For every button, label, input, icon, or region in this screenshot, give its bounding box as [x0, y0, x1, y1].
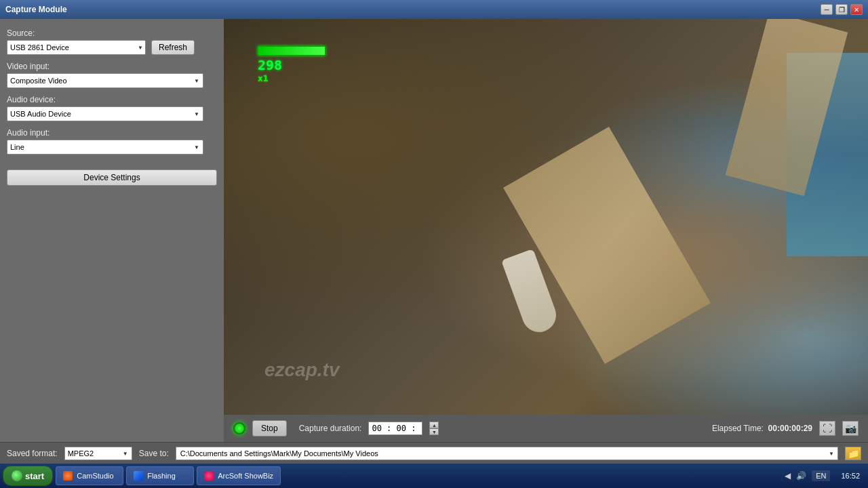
restore-button[interactable]: ❐ [835, 4, 848, 15]
controls-bar: Stop Capture duration: ▲ ▼ Elapsed Time:… [224, 415, 868, 442]
speaker-icon: 🔊 [795, 470, 806, 481]
saveto-label: Save to: [139, 449, 169, 458]
audio-input-dropdown-wrapper: Line [7, 140, 203, 155]
fullscreen-button[interactable]: ⛶ [819, 421, 835, 436]
bottom-bar: Saved format: MPEG2 Save to: 📁 [0, 442, 868, 464]
system-tray-icons: ◀ 🔊 [782, 470, 806, 481]
taskbar-camstudio[interactable]: CamStudio [56, 466, 123, 485]
video-input-dropdown[interactable]: Composite Video [7, 73, 203, 88]
hud-multiplier: x1 [258, 73, 326, 83]
source-dropdown[interactable]: USB 2861 Device [7, 40, 146, 55]
source-section: Source: USB 2861 Device Refresh [7, 28, 217, 55]
main-content: Source: USB 2861 Device Refresh Video in… [0, 19, 868, 442]
refresh-button[interactable]: Refresh [151, 40, 195, 55]
saveto-wrapper [176, 447, 838, 460]
spin-up-button[interactable]: ▲ [429, 422, 439, 428]
minimize-button[interactable]: ─ [821, 4, 833, 15]
cam-icon [63, 471, 73, 481]
video-panel: 298 x1 ezcap.tv Stop Capture duration: ▲… [224, 19, 868, 442]
network-icon: ◀ [782, 470, 793, 481]
taskbar-camstudio-label: CamStudio [77, 472, 113, 480]
source-dropdown-wrapper: USB 2861 Device [7, 40, 146, 55]
format-dropdown-wrapper: MPEG2 [64, 447, 132, 460]
capture-duration-label: Capture duration: [299, 424, 362, 433]
record-indicator [233, 422, 245, 434]
audio-input-section: Audio input: Line [7, 128, 217, 155]
audio-device-dropdown[interactable]: USB Audio Device [7, 106, 203, 121]
format-label: Saved format: [7, 449, 58, 458]
device-settings-button[interactable]: Device Settings [7, 169, 217, 186]
window-controls: ─ ❐ ✕ [821, 4, 863, 15]
hud-value: 298 [258, 57, 326, 73]
browse-folder-button[interactable]: 📁 [845, 447, 861, 460]
start-button[interactable]: start [3, 466, 53, 486]
hud-overlay: 298 x1 [258, 46, 326, 83]
format-dropdown[interactable]: MPEG2 [64, 447, 132, 460]
capture-duration-input[interactable] [368, 422, 422, 435]
window-title: Capture Module [5, 5, 67, 14]
video-input-section: Video input: Composite Video [7, 62, 217, 88]
language-badge[interactable]: EN [812, 470, 830, 481]
health-bar [258, 46, 326, 56]
video-input-label: Video input: [7, 62, 217, 71]
watermark: ezcap.tv [264, 359, 340, 381]
taskbar-flashing-label: Flashing [147, 472, 176, 480]
spin-down-button[interactable]: ▼ [429, 428, 439, 435]
left-panel: Source: USB 2861 Device Refresh Video in… [0, 19, 224, 442]
source-label: Source: [7, 28, 217, 38]
video-input-dropdown-wrapper: Composite Video [7, 73, 203, 88]
close-button[interactable]: ✕ [850, 4, 863, 15]
time-spinner[interactable]: ▲ ▼ [429, 422, 439, 435]
elapsed-label: Elapsed Time: 00:00:00:29 [712, 424, 812, 433]
audio-device-label: Audio device: [7, 95, 217, 104]
source-row: USB 2861 Device Refresh [7, 40, 217, 55]
saveto-path-input[interactable] [176, 447, 838, 460]
taskbar-arcsoft-label: ArcSoft ShowBiz [218, 472, 273, 480]
start-label: start [25, 471, 44, 481]
video-area: 298 x1 ezcap.tv [224, 19, 868, 415]
taskbar-flashing[interactable]: Flashing [126, 466, 194, 485]
start-orb [12, 470, 22, 481]
audio-device-section: Audio device: USB Audio Device [7, 95, 217, 121]
arc-icon [204, 471, 214, 481]
audio-device-dropdown-wrapper: USB Audio Device [7, 106, 203, 121]
taskbar-right: ◀ 🔊 EN 16:52 [782, 470, 865, 481]
audio-input-label: Audio input: [7, 128, 217, 138]
taskbar-arcsoft[interactable]: ArcSoft ShowBiz [197, 466, 281, 485]
clock: 16:52 [835, 472, 865, 480]
video-background: 298 x1 ezcap.tv [224, 19, 868, 415]
taskbar: start CamStudio Flashing ArcSoft ShowBiz… [0, 464, 868, 488]
title-bar: Capture Module ─ ❐ ✕ [0, 0, 868, 19]
flash-icon [134, 471, 143, 481]
stop-button[interactable]: Stop [252, 420, 287, 436]
snapshot-button[interactable]: 📷 [842, 421, 859, 436]
audio-input-dropdown[interactable]: Line [7, 140, 203, 155]
